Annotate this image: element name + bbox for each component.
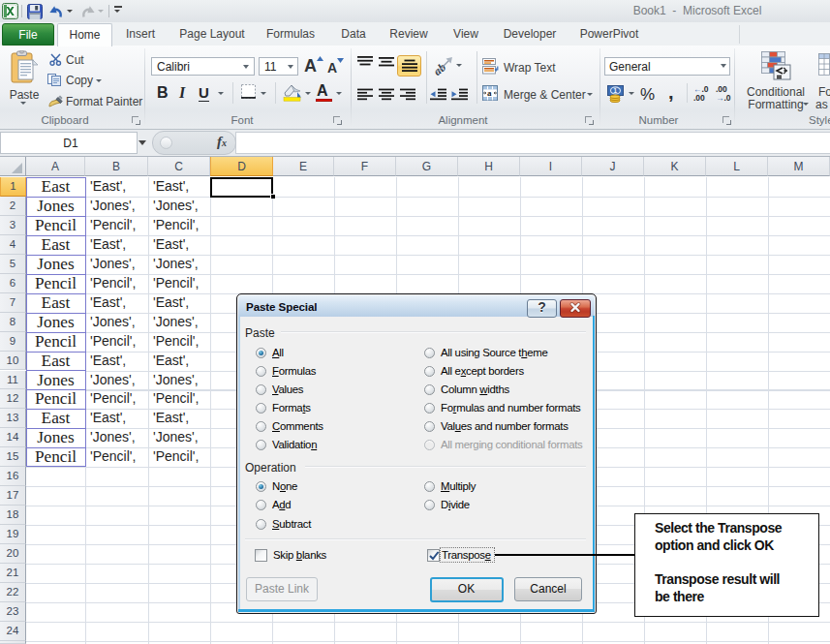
svg-text:1: 1 [613, 87, 617, 94]
svg-text:a: a [487, 88, 492, 98]
